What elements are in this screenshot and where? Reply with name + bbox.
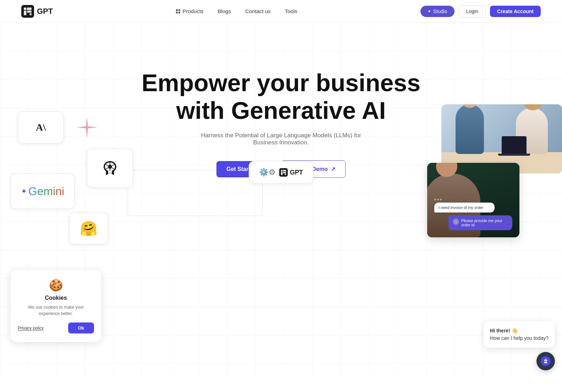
svg-rect-15 (281, 172, 283, 175)
svg-rect-21 (544, 362, 547, 364)
logo[interactable]: GPT (21, 5, 53, 18)
openai-card (87, 149, 133, 188)
chat-fab-button[interactable] (536, 352, 555, 370)
grid-icon (176, 9, 180, 13)
gemini-card: ✦ Gemini (11, 173, 75, 209)
nav-blogs[interactable]: Blogs (218, 8, 231, 14)
svg-rect-18 (285, 174, 286, 175)
huggingface-emoji: 🤗 (80, 220, 98, 237)
cookie-ok-button[interactable]: Ok (68, 322, 94, 333)
right-images: I need invoice of my order 🤖 Please prov… (427, 104, 562, 237)
cookie-banner: 🍪 Cookies We use cookies to make your ex… (11, 270, 101, 342)
bottom-image: I need invoice of my order 🤖 Please prov… (427, 163, 519, 237)
cookie-title: Cookies (18, 295, 94, 301)
user-chat-bubble: I need invoice of my order (434, 203, 495, 212)
svg-rect-22 (545, 359, 546, 360)
create-account-button[interactable]: Create Account (490, 6, 541, 17)
external-link-icon: ↗ (331, 166, 335, 172)
main: Empower your business with Generative AI… (0, 23, 562, 377)
nav-actions: Studio Login Create Account (420, 5, 541, 17)
anthropic-logo: A\ (36, 122, 46, 133)
chat-subtitle: How can I help you today? (490, 335, 549, 341)
chat-popup: Hi there! 👋 How can I help you today? (484, 321, 555, 348)
svg-rect-3 (27, 7, 32, 10)
svg-rect-2 (24, 11, 26, 15)
svg-line-11 (106, 168, 108, 169)
login-button[interactable]: Login (459, 5, 486, 17)
cookie-text: We use cookies to make your experience b… (18, 304, 94, 317)
svg-rect-1 (24, 7, 26, 10)
svg-rect-5 (29, 13, 31, 15)
svg-rect-17 (283, 172, 286, 173)
typing-dots (434, 199, 512, 200)
svg-rect-14 (281, 170, 283, 172)
nav-products[interactable]: Products (176, 8, 203, 14)
svg-line-9 (106, 165, 108, 166)
svg-rect-4 (27, 11, 32, 12)
gemini-logo: ✦ Gemini (21, 185, 64, 198)
navbar: GPT Products Blogs Contact us Tools Stud… (0, 0, 562, 23)
svg-line-12 (112, 168, 114, 169)
center-logo-card: ⚙️⚙ GPT (249, 161, 313, 184)
cookie-icon: 🍪 (18, 278, 94, 292)
gear-icon: ⚙️⚙ (259, 168, 276, 177)
chat-widget: Hi there! 👋 How can I help you today? (484, 321, 555, 370)
nav-links: Products Blogs Contact us Tools (176, 8, 297, 14)
gemini-star-icon: ✦ (21, 187, 27, 195)
cookie-actions: Privacy policy Ok (18, 322, 94, 333)
hero-subtitle: Harness the Potential of Large Language … (192, 132, 370, 146)
center-gpt-logo: GPT (279, 168, 303, 177)
anthropic-card: A\ (18, 111, 64, 143)
svg-rect-16 (283, 170, 286, 172)
privacy-policy-button[interactable]: Privacy policy (18, 326, 44, 331)
huggingface-card: 🤗 (69, 212, 108, 244)
svg-point-6 (108, 165, 112, 169)
chat-overlay: I need invoice of my order 🤖 Please prov… (434, 199, 512, 230)
svg-point-20 (546, 360, 547, 361)
chat-bot-icon (541, 356, 551, 366)
nav-contact[interactable]: Contact us (245, 8, 271, 14)
bot-avatar-icon: 🤖 (453, 219, 459, 225)
studio-button[interactable]: Studio (420, 6, 454, 17)
hero-title: Empower your business with Generative AI (139, 69, 423, 124)
spark-card (69, 111, 105, 143)
chat-greeting: Hi there! 👋 (490, 328, 518, 333)
svg-line-10 (112, 165, 114, 166)
svg-point-19 (544, 360, 546, 361)
nav-tools[interactable]: Tools (285, 8, 297, 14)
bot-chat-bubble: 🤖 Please provide me your order id (448, 215, 512, 230)
